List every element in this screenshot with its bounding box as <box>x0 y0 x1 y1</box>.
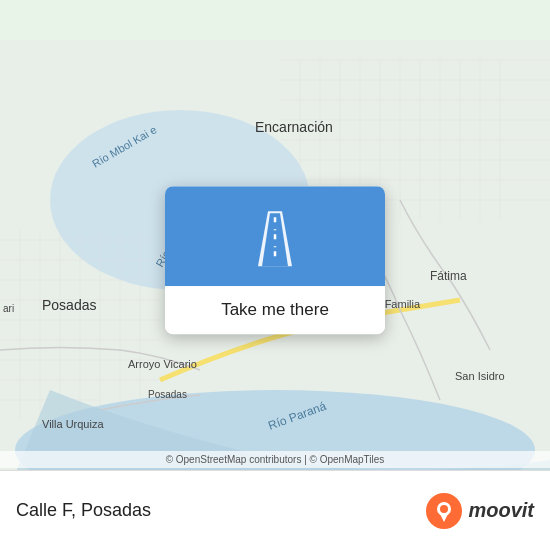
moovit-logo: moovit <box>426 493 534 529</box>
location-text: Calle F, Posadas <box>16 500 151 521</box>
road-icon <box>240 201 310 271</box>
svg-text:Fátima: Fátima <box>430 269 467 283</box>
svg-point-58 <box>440 505 448 513</box>
svg-text:ari: ari <box>3 303 14 314</box>
take-me-there-button[interactable]: Take me there <box>165 286 385 334</box>
card-overlay: Take me there <box>165 186 385 334</box>
svg-text:Arroyo Vicario: Arroyo Vicario <box>128 358 197 370</box>
svg-text:Villa Urquiza: Villa Urquiza <box>42 418 104 430</box>
moovit-pin-icon <box>433 500 455 522</box>
card-top <box>165 186 385 286</box>
map-container: Río Mbol Kai e Río Pa... Río Paraná Enca… <box>0 0 550 550</box>
attribution: © OpenStreetMap contributors | © OpenMap… <box>0 451 550 468</box>
moovit-logo-icon <box>426 493 462 529</box>
moovit-logo-text: moovit <box>468 499 534 522</box>
svg-text:San Isidro: San Isidro <box>455 370 505 382</box>
bottom-bar: Calle F, Posadas moovit <box>0 470 550 550</box>
svg-marker-59 <box>440 514 448 522</box>
svg-text:Encarnación: Encarnación <box>255 119 333 135</box>
svg-text:Posadas: Posadas <box>148 389 187 400</box>
svg-text:Posadas: Posadas <box>42 297 96 313</box>
attribution-text: © OpenStreetMap contributors | © OpenMap… <box>166 454 385 465</box>
